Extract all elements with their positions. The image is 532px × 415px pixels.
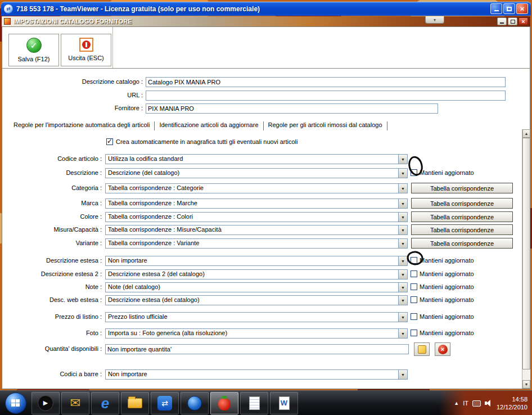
save-button[interactable]: ✓ Salva (F12) xyxy=(8,34,59,66)
descrizione-estesa-label: Descrizione estesa : xyxy=(5,257,102,264)
mantieni-aggiornato-checkbox[interactable] xyxy=(411,313,417,320)
tray-expand-icon[interactable]: ▲ xyxy=(454,400,459,406)
supplier-input[interactable] xyxy=(146,103,438,114)
marca-select[interactable]: Tabella corrispondenze : Marche ▼ xyxy=(105,199,408,209)
taskbar-item-document[interactable] xyxy=(240,392,268,414)
teamviewer-logo-icon: ⇄ xyxy=(4,4,13,13)
taskbar-item-internet-explorer[interactable]: e xyxy=(91,392,119,414)
taskbar-item-folder[interactable] xyxy=(121,392,149,414)
mantieni-aggiornato-label: Mantieni aggiornato xyxy=(420,313,474,320)
document-icon xyxy=(249,396,260,410)
url-input[interactable] xyxy=(146,91,506,101)
quantita-note-button[interactable] xyxy=(414,342,430,356)
desc-web-estesa-value: Descrizione estesa (del catalogo) xyxy=(106,296,398,305)
tabella-corrispondenze-marca-button[interactable]: Tabella corrispondenze xyxy=(411,198,513,209)
app-title: IMPOSTAZIONI CATALOGO FORNITORE xyxy=(13,18,496,25)
chevron-down-icon[interactable]: ▼ xyxy=(398,184,407,193)
categoria-select[interactable]: Tabella corrispondenze : Categorie ▼ xyxy=(105,183,408,193)
scroll-down-icon[interactable]: ▼ xyxy=(522,380,530,389)
tabella-corrispondenze-variante-button[interactable]: Tabella corrispondenze xyxy=(411,238,513,249)
foto-maintain: Mantieni aggiornato xyxy=(411,330,474,336)
chevron-down-icon[interactable]: ▼ xyxy=(398,213,407,222)
taskbar-item-word[interactable]: W xyxy=(270,392,298,414)
misura-capacita-label: Misura/Capacità : xyxy=(5,226,102,233)
chevron-down-icon[interactable]: ▼ xyxy=(398,283,407,292)
quantita-delete-button[interactable]: × xyxy=(435,342,450,356)
descrizione-select[interactable]: Descrizione (del catalogo) ▼ xyxy=(105,168,408,178)
note-value: Note (del catalogo) xyxy=(106,283,398,292)
chevron-down-icon[interactable]: ▼ xyxy=(398,370,407,379)
app-restore-button[interactable] xyxy=(508,17,517,25)
descrizione-estesa-2-value: Descrizione estesa 2 (del catalogo) xyxy=(106,270,398,279)
auto-create-checkbox[interactable] xyxy=(106,138,113,145)
chevron-down-icon[interactable]: ▼ xyxy=(398,225,407,234)
tabella-corrispondenze-misura-button[interactable]: Tabella corrispondenze xyxy=(411,224,513,235)
close-button[interactable]: × xyxy=(516,3,528,14)
app-titlebar: IMPOSTAZIONI CATALOGO FORNITORE × xyxy=(2,16,530,26)
taskbar-item-teamviewer[interactable]: ⇄ xyxy=(151,392,179,414)
mantieni-aggiornato-checkbox[interactable] xyxy=(411,283,417,290)
colore-select[interactable]: Tabella corrispondenze : Colori ▼ xyxy=(105,212,408,222)
tab-import-rules[interactable]: Regole per l'importazione automatica deg… xyxy=(9,121,155,130)
minimize-button[interactable] xyxy=(490,3,502,14)
desc-web-estesa-select[interactable]: Descrizione estesa (del catalogo) ▼ xyxy=(105,295,408,305)
foto-label: Foto : xyxy=(5,330,102,336)
app-minimize-button[interactable] xyxy=(497,17,507,25)
start-button[interactable] xyxy=(5,393,26,414)
app-close-button[interactable]: × xyxy=(519,17,528,25)
misura-capacita-select[interactable]: Tabella corrispondenze : Misure/Capacità… xyxy=(105,225,408,235)
scroll-up-icon[interactable]: ▲ xyxy=(522,129,530,138)
teamviewer-panel-toggle[interactable]: ▼ xyxy=(425,16,444,24)
taskbar-item-media-player[interactable] xyxy=(181,392,209,414)
quantita-disponibili-input[interactable] xyxy=(105,344,409,354)
descrizione-maintain: Mantieni aggiornato xyxy=(411,169,474,176)
chevron-down-icon[interactable]: ▼ xyxy=(398,313,407,322)
mantieni-aggiornato-checkbox[interactable] xyxy=(411,330,417,336)
prezzo-di-listino-select[interactable]: Prezzo listino ufficiale ▼ xyxy=(105,312,408,322)
taskbar-item-play[interactable]: ▶ xyxy=(31,392,60,414)
codici-a-barre-select[interactable]: Non importare ▼ xyxy=(105,369,408,380)
exit-button[interactable]: Uscita (ESC) xyxy=(61,34,111,66)
descrizione-estesa-select[interactable]: Non importare ▼ xyxy=(105,256,408,266)
mantieni-aggiornato-checkbox[interactable] xyxy=(411,270,417,277)
maximize-button[interactable] xyxy=(503,3,515,14)
tab-removed-articles[interactable]: Regole per gli articoli rimossi dal cata… xyxy=(264,121,387,130)
chevron-down-icon[interactable]: ▼ xyxy=(398,296,407,305)
tabella-corrispondenze-colore-button[interactable]: Tabella corrispondenze xyxy=(411,211,513,222)
chevron-down-icon[interactable]: ▼ xyxy=(398,199,407,208)
note-label: Note : xyxy=(5,283,102,290)
folder-icon xyxy=(128,398,142,408)
scrollbar-thumb[interactable] xyxy=(522,138,530,369)
tabella-corrispondenze-categoria-button[interactable]: Tabella corrispondenze xyxy=(411,183,513,193)
chevron-down-icon[interactable]: ▼ xyxy=(398,270,407,279)
chevron-down-icon[interactable]: ▼ xyxy=(398,329,407,338)
catalog-description-input[interactable] xyxy=(146,77,506,87)
descrizione-estesa-2-maintain: Mantieni aggiornato xyxy=(411,270,474,277)
variante-select[interactable]: Tabella corrispondenze : Variante ▼ xyxy=(105,238,408,249)
chevron-down-icon[interactable]: ▼ xyxy=(398,239,407,248)
language-indicator[interactable]: IT xyxy=(463,400,468,407)
descrizione-estesa-2-select[interactable]: Descrizione estesa 2 (del catalogo) ▼ xyxy=(105,269,408,279)
system-tray: ▲ IT 14:58 12/12/2010 xyxy=(439,391,532,415)
note-select[interactable]: Note (del catalogo) ▼ xyxy=(105,282,408,292)
codice-articolo-select[interactable]: Utilizza la codifica standard ▼ xyxy=(105,154,408,164)
chevron-down-icon[interactable]: ▼ xyxy=(398,256,407,265)
tab-identify-articles[interactable]: Identificazione articoli da aggiornare xyxy=(155,121,263,130)
taskbar-item-mail[interactable]: ✉ xyxy=(61,392,89,414)
taskbar-item-strawberry[interactable] xyxy=(210,392,238,414)
codici-a-barre-value: Non importare xyxy=(106,370,398,379)
volume-icon[interactable] xyxy=(485,400,493,407)
mantieni-aggiornato-checkbox[interactable] xyxy=(411,169,417,176)
chevron-down-icon[interactable]: ▼ xyxy=(398,169,407,178)
mantieni-aggiornato-checkbox[interactable] xyxy=(411,257,417,264)
media-player-icon xyxy=(187,396,202,411)
prezzo-maintain: Mantieni aggiornato xyxy=(411,313,474,320)
supplier-label: Fornitore : xyxy=(19,105,143,111)
vertical-scrollbar[interactable]: ▲ ▼ xyxy=(522,129,530,389)
mantieni-aggiornato-checkbox[interactable] xyxy=(411,296,417,303)
foto-select[interactable]: Importa su : Foto generica (alta risoluz… xyxy=(105,328,408,339)
clock[interactable]: 14:58 12/12/2010 xyxy=(497,395,528,411)
catalog-settings-window: ✓ Salva (F12) Uscita (ESC) Descrizione c… xyxy=(2,26,530,389)
chevron-down-icon[interactable]: ▼ xyxy=(398,155,407,164)
display-icon[interactable] xyxy=(472,400,481,407)
